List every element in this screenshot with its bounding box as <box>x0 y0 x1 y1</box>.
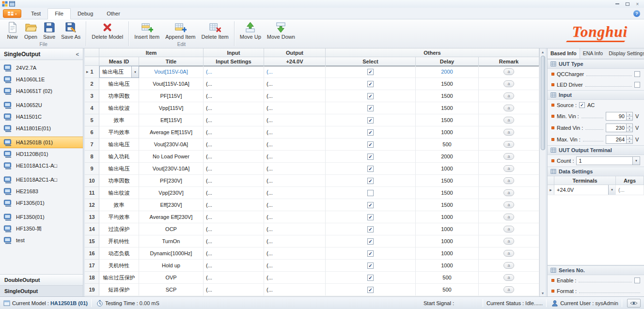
tab-other[interactable]: Other <box>100 9 127 19</box>
remark-button[interactable]: a <box>503 153 514 160</box>
scroll-up-icon[interactable]: ▲ <box>540 48 546 55</box>
sidebar-item-hd1120b-01-[interactable]: HD1120B(01) <box>0 148 83 160</box>
input-settings-cell[interactable]: (... <box>204 223 264 235</box>
spin-down-icon[interactable]: ▾ <box>627 117 632 121</box>
select-checkbox[interactable]: ✓ <box>367 178 374 184</box>
delay-cell[interactable]: 1000 <box>416 163 479 175</box>
title-cell[interactable]: Hold up <box>139 260 204 272</box>
delay-cell[interactable]: 1500 <box>416 114 479 126</box>
sidebar-item-he21683[interactable]: HE21683 <box>0 185 83 197</box>
remark-button[interactable]: a <box>503 80 514 87</box>
output-24v-cell[interactable]: (... <box>264 78 326 90</box>
table-row[interactable]: 10功率因数PF[230V](...(...✓1500a <box>85 175 539 187</box>
remark-button[interactable]: a <box>503 105 514 111</box>
title-cell[interactable]: Average Eff[230V] <box>139 211 204 223</box>
input-settings-cell[interactable]: (... <box>204 284 264 296</box>
input-settings-cell[interactable]: (... <box>204 102 264 114</box>
remark-button[interactable]: a <box>503 141 514 148</box>
output-24v-cell[interactable]: (... <box>264 175 326 187</box>
delay-cell[interactable]: 1500 <box>416 199 479 211</box>
sidebar-item-24v2-7a[interactable]: 24V2.7A <box>0 62 83 74</box>
title-cell[interactable]: Dynamic[1000Hz] <box>139 247 204 260</box>
visibility-toggle-button[interactable] <box>627 299 641 308</box>
meas-id-cell[interactable]: 输入功耗 <box>99 151 139 163</box>
remark-button[interactable]: a <box>503 262 514 269</box>
input-settings-cell[interactable]: (... <box>204 151 264 163</box>
select-checkbox[interactable]: ✓ <box>367 275 374 281</box>
output-24v-cell[interactable]: (... <box>264 139 326 151</box>
table-row[interactable]: 5效率Eff[115V](...(...✓1500a <box>85 114 539 126</box>
enable-checkbox[interactable] <box>634 278 640 283</box>
source-ac-checkbox[interactable]: ✓ <box>579 102 585 108</box>
column-group-input[interactable]: Input <box>204 48 264 57</box>
sidebar-item-ha1060l1e[interactable]: HA1060L1E <box>0 74 83 85</box>
sidebar-item-hf1350-01-[interactable]: HF1350(01) <box>0 211 83 223</box>
remark-button[interactable]: a <box>503 177 514 184</box>
output-24v-cell[interactable]: (... <box>264 66 326 78</box>
select-checkbox[interactable]: ✓ <box>367 93 374 99</box>
title-cell[interactable]: Vpp[230V] <box>139 187 204 199</box>
meas-id-cell[interactable]: 动态负载 <box>99 247 139 260</box>
sidebar-item-he1018a1c1-a-[interactable]: HE1018A1C1-A□ <box>0 160 83 171</box>
title-cell[interactable]: OCP <box>139 223 204 235</box>
spin-up-icon[interactable]: ▴ <box>627 112 632 117</box>
delay-cell[interactable]: 1000 <box>416 223 479 235</box>
save-as-button[interactable]: Save As <box>58 20 83 40</box>
meas-id-cell[interactable]: 效率 <box>99 114 139 126</box>
column-group-others[interactable]: Others <box>326 48 539 57</box>
input-settings-cell[interactable]: (... <box>204 235 264 247</box>
select-checkbox[interactable]: ✓ <box>367 250 374 257</box>
select-checkbox[interactable]: ✓ <box>367 202 374 208</box>
qccharger-checkbox[interactable] <box>634 71 640 77</box>
column-group-item[interactable]: Item <box>99 48 204 57</box>
dropdown-icon[interactable]: ▾ <box>131 66 139 77</box>
meas-id-cell[interactable]: 过流保护 <box>99 223 139 235</box>
meas-id-cell[interactable]: 短路保护 <box>99 284 139 296</box>
table-row[interactable]: 8输入功耗No Load Power(...(...✓2000a <box>85 151 539 163</box>
input-settings-cell[interactable]: (... <box>204 90 264 102</box>
delay-cell[interactable]: 1500 <box>416 78 479 90</box>
select-checkbox[interactable]: ✓ <box>367 238 374 245</box>
meas-id-cell[interactable]: 输出纹波 <box>99 187 139 199</box>
max-vin-spinner[interactable]: 264 ▴▾ <box>606 135 633 144</box>
select-checkbox[interactable]: ✓ <box>367 226 374 232</box>
select-checkbox[interactable]: ✓ <box>367 69 374 75</box>
input-settings-cell[interactable]: (... <box>204 175 264 187</box>
title-cell[interactable]: Vpp[115V] <box>139 102 204 114</box>
sidebar-group-singleoutput[interactable]: SingleOutput <box>0 285 83 296</box>
sidebar-item-ha11801e-01-[interactable]: HA11801E(01) <box>0 123 83 134</box>
delay-cell[interactable]: 1500 <box>416 175 479 187</box>
delete-model-button[interactable]: Delete Model <box>89 20 126 40</box>
meas-id-cell[interactable]: 输出电压 <box>99 163 139 175</box>
table-row[interactable]: 15开机特性TurnOn(...(...✓1000a <box>85 235 539 247</box>
output-24v-cell[interactable]: (... <box>264 223 326 235</box>
title-cell[interactable]: PF[230V] <box>139 175 204 187</box>
title-cell[interactable]: SCP <box>139 284 204 296</box>
application-menu-button[interactable]: ▾ <box>3 9 21 18</box>
select-checkbox[interactable]: ✓ <box>367 263 374 269</box>
sidebar-item-ha11501c[interactable]: HA11501C <box>0 111 83 123</box>
delay-cell[interactable]: 1500 <box>416 90 479 102</box>
title-cell[interactable]: Vout[115V-10A] <box>139 78 204 90</box>
remark-button[interactable]: a <box>503 117 514 124</box>
output-24v-cell[interactable]: (... <box>264 260 326 272</box>
maximize-button[interactable] <box>623 1 632 7</box>
terminals-table-row[interactable]: ▸ +24.0V ▾ (... <box>548 185 644 195</box>
output-24v-cell[interactable]: (... <box>264 199 326 211</box>
minimize-button[interactable] <box>613 1 622 7</box>
delay-cell[interactable]: 1000 <box>416 247 479 260</box>
select-checkbox[interactable]: ✓ <box>367 141 374 148</box>
title-cell[interactable]: PF[115V] <box>139 90 204 102</box>
terminal-combobox[interactable]: +24.0V ▾ <box>554 185 616 195</box>
title-cell[interactable]: OVP <box>139 272 204 284</box>
select-checkbox[interactable]: ✓ <box>367 214 374 220</box>
title-cell[interactable]: Vout[115V-0A] <box>139 66 204 78</box>
meas-id-cell[interactable]: 平均效率 <box>99 126 139 139</box>
meas-id-cell[interactable]: 效率 <box>99 199 139 211</box>
count-dropdown[interactable]: 1 ▾ <box>576 156 640 165</box>
input-settings-cell[interactable]: (... <box>204 114 264 126</box>
spinner-buttons[interactable]: ▴▾ <box>626 112 632 120</box>
args-cell[interactable]: (... <box>616 185 644 195</box>
delay-cell[interactable]: 2000 <box>416 151 479 163</box>
table-row[interactable]: 4输出纹波Vpp[115V](...(...✓1500a <box>85 102 539 114</box>
